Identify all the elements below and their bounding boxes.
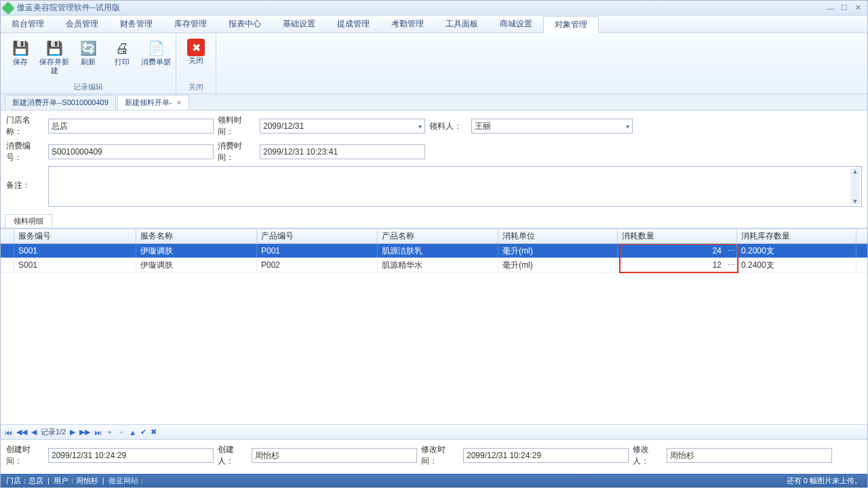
col-qty[interactable]: 消耗数量	[618, 229, 737, 243]
label-mat-person: 领料人：	[429, 121, 471, 132]
label-remarks: 备注：	[6, 166, 48, 191]
ellipsis-icon[interactable]: ⋯	[728, 261, 735, 270]
menu-item[interactable]: 财务管理	[109, 16, 163, 33]
pager-remove[interactable]: －	[117, 427, 125, 437]
ribbon: 💾保存💾保存并新建🔄刷新🖨打印📄消费单据 记录编辑 ✖关闭 关闭	[1, 33, 867, 94]
main-menu: 前台管理会员管理财务管理库存管理报表中心基础设置提成管理考勤管理工具面板商城设置…	[1, 16, 867, 33]
title-bar: 傲蓝美容院管理软件--试用版 — ☐ ✕	[1, 1, 867, 16]
col-product-code[interactable]: 产品编号	[257, 229, 378, 243]
pager-check[interactable]: ✔	[140, 428, 146, 436]
input-mat-person[interactable]: 王丽	[471, 119, 633, 134]
ribbon-button[interactable]: 💾保存并新建	[39, 36, 70, 81]
cell: P002	[257, 258, 378, 272]
status-user: 用户：周怡杉	[54, 476, 98, 486]
tab-detail[interactable]: 领料明细	[5, 214, 52, 228]
pager-next-page[interactable]: ▶▶	[79, 428, 90, 436]
col-stock-qty[interactable]: 消耗库存数量	[737, 229, 856, 243]
input-creator: 周怡杉	[252, 448, 417, 463]
detail-tabs: 领料明细	[1, 214, 867, 228]
scrollbar[interactable]: ▲▼	[850, 168, 860, 205]
label-mat-time: 领料时间：	[218, 115, 260, 138]
row-indicator-header	[1, 229, 14, 243]
ribbon-group-edit: 💾保存💾保存并新建🔄刷新🖨打印📄消费单据 记录编辑	[1, 33, 176, 94]
menu-item[interactable]: 报表中心	[218, 16, 272, 33]
status-site-link[interactable]: 傲蓝网站：	[108, 476, 146, 486]
ribbon-group-label: 关闭	[180, 81, 212, 94]
document-tab[interactable]: 新建消费开单--S0010000409	[5, 95, 116, 110]
minimize-button[interactable]: —	[824, 4, 837, 12]
ribbon-button[interactable]: 📄消费单据	[140, 36, 172, 81]
ribbon-button-label: 保存	[13, 58, 28, 66]
pager-edit[interactable]: ▲	[129, 428, 136, 436]
cell-stock: 0.2400支	[737, 258, 856, 272]
ribbon-button-label: 保存并新建	[39, 58, 70, 75]
cell-qty[interactable]: 12⋯	[618, 258, 737, 272]
col-service-name[interactable]: 服务名称	[136, 229, 257, 243]
grid-header: 服务编号 服务名称 产品编号 产品名称 消耗单位 消耗数量 消耗库存数量	[1, 229, 867, 244]
label-cons-time: 消费时间：	[218, 140, 260, 163]
status-store: 门店：总店	[6, 476, 43, 486]
status-bar: 门店：总店 | 用户：周怡杉 | 傲蓝网站： 还有 0 幅图片未上传。	[1, 474, 867, 487]
ribbon-button-label: 打印	[115, 58, 130, 66]
input-mod-time: 2099/12/31 10:24:29	[463, 448, 629, 463]
menu-item[interactable]: 库存管理	[163, 16, 218, 33]
打印-icon: 🖨	[111, 39, 133, 58]
menu-item[interactable]: 提成管理	[326, 16, 380, 33]
cell: S001	[14, 258, 136, 272]
app-logo-icon	[1, 1, 15, 15]
app-title: 傲蓝美容院管理软件--试用版	[17, 2, 824, 14]
menu-item[interactable]: 考勤管理	[380, 16, 435, 33]
grid-body[interactable]: S001伊璇调肤P001肌源洁肤乳毫升(ml)24⋯0.2000支S001伊璇调…	[1, 244, 867, 424]
ribbon-group-label: 记录编辑	[5, 81, 172, 94]
label-create-time: 创建时间：	[6, 444, 48, 467]
menu-item[interactable]: 对象管理	[543, 16, 599, 33]
关闭-icon: ✖	[187, 39, 205, 56]
input-store[interactable]: 总店	[48, 119, 214, 134]
pager-cancel[interactable]: ✖	[151, 428, 157, 436]
grid-pager: ⏮ ◀◀ ◀ 记录1/2 ▶ ▶▶ ⏭ ＋ － ▲ ✔ ✖	[1, 424, 867, 439]
input-modifier: 周怡杉	[667, 448, 832, 463]
ribbon-button[interactable]: 💾保存	[5, 36, 36, 81]
pager-add[interactable]: ＋	[106, 427, 113, 437]
table-row[interactable]: S001伊璇调肤P001肌源洁肤乳毫升(ml)24⋯0.2000支	[1, 244, 867, 258]
input-remarks[interactable]: ▲▼	[48, 166, 862, 207]
pager-next[interactable]: ▶	[70, 428, 75, 436]
cell-qty[interactable]: 24⋯	[618, 244, 737, 258]
ribbon-button-label: 刷新	[81, 58, 96, 66]
label-code: 消费编号：	[6, 140, 48, 163]
col-unit[interactable]: 消耗单位	[498, 229, 618, 243]
footer-form: 创建时间： 2099/12/31 10:24:29 创建人： 周怡杉 修改时间：…	[1, 439, 867, 474]
pager-first[interactable]: ⏮	[5, 428, 12, 436]
ellipsis-icon[interactable]: ⋯	[728, 247, 735, 256]
status-upload: 还有 0 幅图片未上传。	[787, 476, 862, 486]
label-store: 门店名称：	[6, 115, 48, 138]
maximize-button[interactable]: ☐	[837, 3, 851, 12]
刷新-icon: 🔄	[77, 39, 99, 58]
pager-last[interactable]: ⏭	[94, 428, 102, 436]
menu-item[interactable]: 前台管理	[1, 16, 55, 33]
ribbon-button[interactable]: 🔄刷新	[73, 36, 104, 81]
label-modifier: 修改人：	[633, 444, 667, 467]
ribbon-button[interactable]: 🖨打印	[106, 36, 138, 81]
close-window-button[interactable]: ✕	[851, 3, 865, 12]
document-tab[interactable]: 新建领料开单-✕	[117, 95, 189, 110]
menu-item[interactable]: 商城设置	[489, 16, 543, 33]
menu-item[interactable]: 基础设置	[272, 16, 326, 33]
menu-item[interactable]: 工具面板	[435, 16, 489, 33]
pager-prev[interactable]: ◀	[31, 428, 37, 436]
col-product-name[interactable]: 产品名称	[378, 229, 498, 243]
tab-close-icon[interactable]: ✕	[176, 99, 182, 106]
input-cons-time[interactable]: 2099/12/31 10:23:41	[260, 144, 425, 159]
cell: S001	[14, 244, 136, 258]
input-mat-time[interactable]: 2099/12/31	[260, 119, 425, 134]
detail-grid: 服务编号 服务名称 产品编号 产品名称 消耗单位 消耗数量 消耗库存数量 S00…	[1, 228, 867, 439]
input-code[interactable]: S0010000409	[48, 144, 214, 159]
ribbon-button[interactable]: ✖关闭	[180, 36, 212, 81]
menu-item[interactable]: 会员管理	[55, 16, 109, 33]
ribbon-button-label: 消费单据	[141, 58, 171, 66]
cell: 肌源精华水	[378, 258, 498, 272]
col-service-code[interactable]: 服务编号	[14, 229, 136, 243]
pager-prev-page[interactable]: ◀◀	[16, 428, 27, 436]
table-row[interactable]: S001伊璇调肤P002肌源精华水毫升(ml)12⋯0.2400支	[1, 258, 867, 272]
消费单据-icon: 📄	[145, 39, 167, 58]
